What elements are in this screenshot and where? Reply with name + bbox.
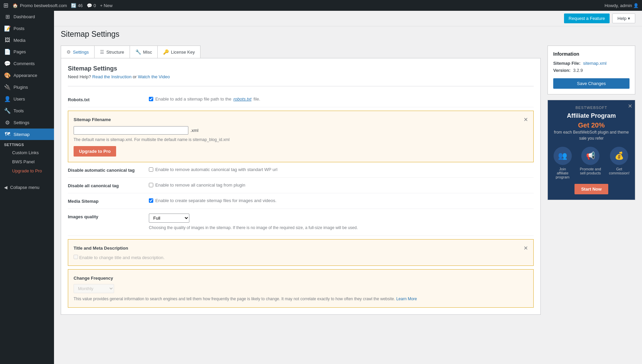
title-meta-checkbox-label[interactable]: Enable to change title and meta descript… [74, 255, 165, 260]
upgrade-box-header: Sitemap Filename ✕ [74, 116, 528, 123]
sidebar-item-dashboard[interactable]: ⊞ Dashboard [0, 11, 54, 23]
submenu-item-upgrade[interactable]: Upgrade to Pro [0, 166, 54, 175]
disable-all-canonical-checkbox[interactable] [149, 183, 153, 187]
disable-canonical-checkbox-label[interactable]: Enable to remove automatic canonical tag… [149, 167, 534, 172]
join-icon: 👥 [554, 147, 572, 165]
sidebar-item-appearance[interactable]: 🎨 Appearance [0, 69, 54, 81]
close-title-meta-button[interactable]: ✕ [524, 245, 528, 251]
sitemap-filename-input[interactable] [74, 126, 188, 135]
filename-hint: The default name is sitemap.xml. For mul… [74, 137, 528, 142]
affiliate-promote-item: 📢 Promote and sell products [579, 147, 602, 179]
site-avatar-icon: 🏠 [12, 3, 18, 8]
sitemap-file-link[interactable]: sitemap.xml [583, 61, 607, 66]
media-icon: 🖼 [4, 37, 11, 43]
dashboard-icon: ⊞ [4, 13, 11, 20]
main-content: Request a Feature Help ▾ Sitemap Setting… [54, 11, 642, 364]
appearance-icon: 🎨 [4, 72, 11, 79]
tab-settings[interactable]: ⚙ Settings [61, 46, 95, 58]
sidebar-item-comments[interactable]: 💬 Comments [0, 58, 54, 69]
media-sitemap-row: Media Sitemap Enable to create separate … [68, 193, 534, 209]
sitemap-file-row: Sitemap File: sitemap.xml [553, 61, 630, 66]
robots-txt-link[interactable]: robots.txt [234, 96, 251, 102]
upgrade-to-pro-button[interactable]: Upgrade to Pro [74, 146, 116, 157]
disable-canonical-row: Disable automatic canonical tag Enable t… [68, 162, 534, 178]
main-panel: ⚙ Settings ☰ Structure 🔧 Misc 🔑 License … [61, 46, 541, 315]
tools-icon: 🔧 [4, 108, 11, 114]
help-button[interactable]: Help ▾ [612, 13, 635, 23]
tab-structure[interactable]: ☰ Structure [95, 46, 130, 58]
disable-all-canonical-row: Disable all canonical tag Enable to remo… [68, 178, 534, 193]
close-affiliate-button[interactable]: ✕ [628, 103, 632, 109]
sidebar-item-tools[interactable]: 🔧 Tools [0, 105, 54, 117]
media-sitemap-checkbox-label[interactable]: Enable to create separate sitemap files … [149, 198, 534, 203]
robots-txt-checkbox-label[interactable]: Enable to add a sitemap file path to the… [149, 96, 534, 102]
disable-all-canonical-checkbox-label[interactable]: Enable to remove all canonical tag from … [149, 183, 534, 188]
images-quality-label: Images quality [68, 214, 142, 219]
sidebar-item-users[interactable]: 👤 Users [0, 93, 54, 105]
submenu-section-label: Settings [0, 140, 54, 148]
commission-icon: 💰 [610, 147, 628, 165]
robots-txt-checkbox[interactable] [149, 97, 153, 101]
updates-icon: 🔄 [71, 3, 76, 8]
images-quality-control: Full Large Medium Thumbnail Choosing the… [149, 214, 534, 231]
watch-video-link[interactable]: Watch the Video [138, 74, 170, 79]
new-content-button[interactable]: + New [100, 3, 112, 8]
users-icon: 👤 [4, 96, 11, 102]
save-changes-button[interactable]: Save Changes [553, 78, 630, 89]
close-upgrade-box-button[interactable]: ✕ [524, 116, 528, 123]
title-meta-label: Title and Meta Description [74, 245, 148, 251]
disable-canonical-checkbox[interactable] [149, 167, 153, 172]
page-body: ⚙ Settings ☰ Structure 🔧 Misc 🔑 License … [54, 39, 642, 321]
sitemap-filename-row: Sitemap Filename ✕ .xml The default name… [68, 111, 534, 162]
sidebar-item-posts[interactable]: 📝 Posts [0, 23, 54, 34]
read-instruction-link[interactable]: Read the Instruction [92, 74, 131, 79]
page-title-wrap: Sitemap Settings [54, 26, 642, 39]
affiliate-brand: BESTWEBSOFT [553, 106, 630, 110]
request-feature-button[interactable]: Request a Feature [564, 13, 610, 23]
sidebar-item-settings[interactable]: ⚙ Settings [0, 117, 54, 129]
user-avatar-icon: 👤 [633, 3, 639, 8]
updates-badge[interactable]: 🔄 46 [71, 3, 82, 8]
upgrade-box-change-frequency: Change Frequency Monthly Always Hourly D… [68, 269, 534, 308]
change-frequency-row: Change Frequency Monthly Always Hourly D… [68, 269, 534, 308]
collapse-icon: ◀ [4, 185, 7, 190]
sitemap-filename-label: Sitemap Filename [74, 116, 148, 122]
affiliate-box: ✕ BESTWEBSOFT Affiliate Program Get 20% … [547, 100, 635, 200]
tab-misc[interactable]: 🔧 Misc [130, 46, 158, 58]
affiliate-percent: Get 20% [553, 121, 630, 129]
top-action-bar: Request a Feature Help ▾ [54, 11, 642, 26]
sidebar-item-sitemap[interactable]: 🗺 Sitemap [0, 129, 54, 140]
settings-icon: ⚙ [4, 119, 11, 126]
media-sitemap-checkbox[interactable] [149, 198, 153, 203]
learn-more-link[interactable]: Learn More [396, 297, 417, 301]
title-meta-row: Title and Meta Description ✕ Enable to c… [68, 239, 534, 266]
sidebar-info-panel: Information Sitemap File: sitemap.xml Ve… [547, 46, 635, 315]
promote-icon: 📢 [581, 147, 599, 165]
robots-txt-row: Robots.txt Enable to add a sitemap file … [68, 92, 534, 107]
sidebar-item-pages[interactable]: 📄 Pages [0, 46, 54, 58]
sidebar-item-plugins[interactable]: 🔌 Plugins [0, 81, 54, 93]
upgrade-box-title-meta: Title and Meta Description ✕ Enable to c… [68, 239, 534, 266]
site-name[interactable]: 🏠 Promo bestwebsoft.com [12, 3, 67, 8]
media-sitemap-control: Enable to create separate sitemap files … [149, 198, 534, 203]
settings-tab-icon: ⚙ [66, 49, 71, 55]
title-meta-checkbox[interactable] [74, 255, 78, 259]
collapse-menu-button[interactable]: ◀ Collapse menu [0, 182, 54, 193]
start-now-button[interactable]: Start Now [574, 184, 609, 194]
images-quality-row: Images quality Full Large Medium Thumbna… [68, 209, 534, 236]
pages-icon: 📄 [4, 49, 11, 55]
settings-form: Sitemap Settings Need Help? Read the Ins… [61, 58, 541, 315]
comments-badge[interactable]: 💬 0 [87, 3, 96, 8]
submenu-item-bws-panel[interactable]: BWS Panel [0, 157, 54, 166]
license-tab-icon: 🔑 [163, 49, 169, 55]
affiliate-icons: 👥 Join affiliate program 📢 Promote and s… [553, 147, 630, 179]
submenu-section: Settings Custom Links BWS Panel Upgrade … [0, 140, 54, 175]
change-frequency-select[interactable]: Monthly Always Hourly Daily Weekly Yearl… [74, 284, 114, 293]
affiliate-join-item: 👥 Join affiliate program [553, 147, 572, 179]
tab-license-key[interactable]: 🔑 License Key [158, 46, 200, 58]
form-title: Sitemap Settings [68, 65, 534, 72]
images-quality-select[interactable]: Full Large Medium Thumbnail [149, 214, 189, 223]
change-frequency-hint: This value provides general information … [74, 296, 528, 302]
sidebar-item-media[interactable]: 🖼 Media [0, 34, 54, 46]
submenu-item-custom-links[interactable]: Custom Links [0, 148, 54, 157]
